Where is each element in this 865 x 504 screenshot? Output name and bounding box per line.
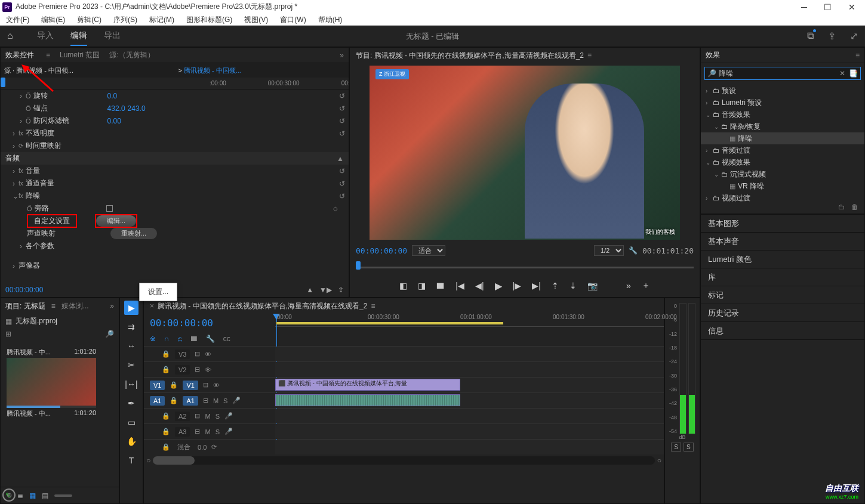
ec-tool-filter-icon[interactable]: ▼▶ (319, 286, 332, 294)
panel-info[interactable]: 信息 (701, 322, 864, 340)
workspace-tab-import[interactable]: 导入 (37, 27, 54, 46)
home-icon[interactable]: ⌂ (7, 30, 19, 42)
program-tc-left[interactable]: 00:00:00:00 (356, 246, 407, 255)
channel-remap-button[interactable]: 重映射... (110, 228, 157, 239)
prop-antiflicker[interactable]: 防闪烁滤镜 (33, 116, 105, 126)
audio-clip[interactable] (275, 394, 460, 406)
workspace-tab-edit[interactable]: 编辑 (70, 27, 87, 46)
add-button-icon[interactable]: ＋ (642, 280, 650, 291)
reset-icon[interactable]: ↺ (339, 167, 345, 175)
reset-icon[interactable]: ↺ (339, 117, 345, 125)
linked-selection-icon[interactable]: ⎌ (178, 335, 182, 343)
track-a2[interactable]: 🔒A2⊟MS🎤 (144, 408, 664, 423)
caption-icon[interactable]: cc (223, 335, 230, 343)
list-view-icon[interactable]: ≣ (17, 491, 23, 500)
timeline-close-icon[interactable]: × (150, 302, 154, 310)
effects-tree-item[interactable]: ⌄🗀降杂/恢复 (701, 120, 864, 132)
workspace-tab-export[interactable]: 导出 (104, 27, 121, 46)
prop-anchor-y[interactable]: 243.0 (128, 104, 146, 113)
razor-tool-icon[interactable]: ✂ (124, 358, 138, 372)
panel-libraries[interactable]: 库 (701, 268, 864, 286)
panel-essential-graphics[interactable]: 基本图形 (701, 215, 864, 233)
filter-bin-icon[interactable]: ⊞ (5, 330, 11, 338)
prop-anchor[interactable]: 锚点 (33, 103, 105, 113)
tab-source-none[interactable]: 源:（无剪辑） (109, 50, 154, 60)
effects-tree-item[interactable]: ▦VR 降噪 (701, 180, 864, 192)
timeline-ruler[interactable]: :00:00 00:00:30:00 00:01:00:00 00:01:30:… (275, 314, 664, 327)
ec-mini-timeline[interactable]: :00:00 00:00:30:00 00:01:0 (1, 78, 349, 89)
selection-tool-icon[interactable]: ▶ (124, 301, 138, 315)
track-mix[interactable]: 🔒混合0.0⟳ (144, 439, 664, 454)
share-icon[interactable]: ⇪ (828, 30, 836, 42)
overflow-icon[interactable]: » (110, 302, 114, 310)
reset-icon[interactable]: ↺ (339, 192, 345, 200)
custom-setup-edit-button[interactable]: 编辑... (96, 215, 136, 227)
slip-tool-icon[interactable]: |↔| (124, 377, 138, 391)
close-button[interactable]: ✕ (848, 2, 855, 12)
project-item[interactable]: 腾讯视频 - 中...1:01:20 腾讯视频 - 中...1:01:20 (7, 347, 96, 419)
ec-tool-triangle-icon[interactable]: ▲ (306, 286, 313, 294)
ec-playhead[interactable] (1, 78, 5, 87)
snap-icon[interactable]: ※ (150, 335, 156, 343)
goto-in-icon[interactable]: |◀ (455, 281, 464, 290)
program-playhead[interactable] (356, 261, 361, 270)
effects-tree-item[interactable]: ▦降噪 (701, 132, 864, 144)
audio-section-collapse[interactable]: ▲ (337, 154, 344, 163)
prop-anchor-x[interactable]: 432.0 (107, 104, 125, 113)
timeline-timecode[interactable]: 00:00:00:00 (150, 317, 213, 329)
settings-icon[interactable]: 🔧 (206, 335, 215, 343)
goto-out-icon[interactable]: ▶| (532, 281, 541, 290)
work-area-bar[interactable] (276, 322, 503, 324)
menu-sequence[interactable]: 序列(S) (111, 14, 140, 25)
tab-media-browser[interactable]: 媒体浏... (61, 301, 89, 311)
menu-edit[interactable]: 编辑(E) (39, 14, 67, 25)
prop-bypass[interactable]: 旁路 (35, 203, 106, 214)
panel-menu-icon[interactable]: ≡ (46, 51, 50, 60)
search-clear-icon[interactable]: ✕ (839, 69, 845, 78)
step-fwd-icon[interactable]: |▶ (513, 281, 522, 290)
hand-tool-icon[interactable]: ✋ (124, 434, 138, 449)
track-v3[interactable]: 🔒V3⊟👁 (144, 346, 664, 361)
icon-view-icon[interactable]: ▦ (29, 491, 36, 500)
tab-lumetri-scopes[interactable]: Lumetri 范围 (60, 50, 100, 60)
prop-rotation-value[interactable]: 0.0 (107, 92, 118, 100)
track-a3[interactable]: 🔒A3⊟MS🎤 (144, 423, 664, 439)
mark-in-icon[interactable]: ◧ (399, 281, 407, 290)
tab-effect-controls[interactable]: 效果控件 (5, 50, 34, 60)
export-frame-icon[interactable]: 📷 (587, 281, 598, 290)
marker-icon[interactable]: ⯀ (190, 335, 198, 343)
zoom-out-icon[interactable]: ○ (146, 456, 150, 465)
menu-window[interactable]: 窗口(W) (278, 14, 308, 25)
zoom-in-icon[interactable]: ○ (657, 456, 661, 465)
panel-history[interactable]: 历史记录 (701, 304, 864, 322)
track-v1[interactable]: V1🔒V1⊟👁⬛ 腾讯视频 - 中国领先的在线视频媒体平台,海量 (144, 377, 664, 392)
freeform-view-icon[interactable]: ▤ (42, 491, 48, 500)
prop-denoise[interactable]: 降噪 (26, 191, 97, 201)
extract-icon[interactable]: ⇣ (570, 281, 577, 290)
prop-each-param[interactable]: 各个参数 (26, 241, 97, 251)
prop-volume[interactable]: 音量 (26, 166, 97, 176)
creative-cloud-icon[interactable]: ⊚ (2, 488, 16, 502)
delete-icon[interactable]: 🗑 (851, 203, 858, 211)
new-bin-icon[interactable]: 📑 (849, 69, 858, 78)
effects-tree-item[interactable]: ⌄🗀音频效果 (701, 109, 864, 120)
program-scrubber[interactable] (356, 261, 694, 274)
zoom-slider[interactable] (54, 494, 72, 497)
magnet-icon[interactable]: ∩ (164, 335, 170, 343)
type-tool-icon[interactable]: T (124, 453, 138, 468)
overflow-icon[interactable]: » (340, 51, 344, 60)
lift-icon[interactable]: ⇡ (552, 281, 559, 290)
bypass-checkbox[interactable] (106, 205, 113, 212)
button-editor-icon[interactable]: » (626, 281, 631, 290)
prop-timeremap[interactable]: 时间重映射 (26, 141, 97, 151)
play-icon[interactable]: ▶ (495, 280, 502, 292)
rectangle-tool-icon[interactable]: ▭ (124, 415, 138, 429)
solo-left[interactable]: S (671, 443, 681, 452)
menu-markers[interactable]: 标记(M) (147, 14, 177, 25)
effects-tree-item[interactable]: ›🗀音频过渡 (701, 144, 864, 156)
menu-file[interactable]: 文件(F) (4, 14, 32, 25)
panel-markers[interactable]: 标记 (701, 286, 864, 304)
panel-lumetri-color[interactable]: Lumetri 颜色 (701, 251, 864, 268)
track-select-tool-icon[interactable]: ⇉ (124, 320, 138, 334)
prop-opacity[interactable]: 不透明度 (26, 128, 97, 138)
